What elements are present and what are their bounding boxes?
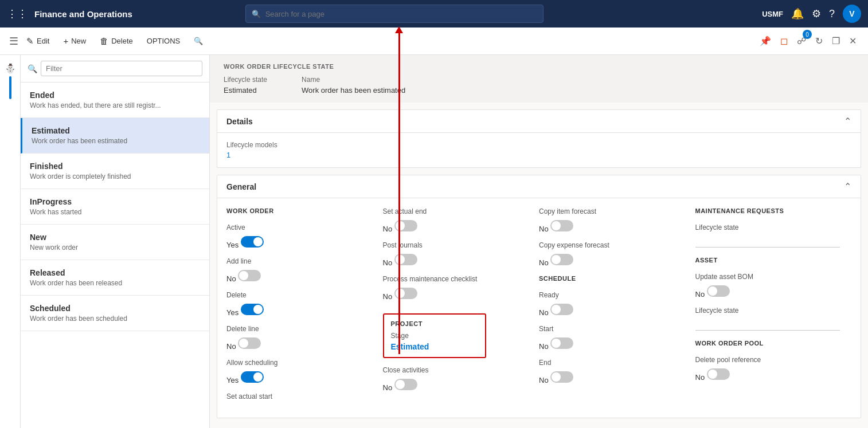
lifecycle-models-field: Lifecycle models 1 [226,141,851,159]
close-activities-toggle[interactable] [394,379,417,390]
allow-scheduling-toggle[interactable] [241,371,264,383]
search-bar[interactable]: 🔍 [245,5,544,23]
set-actual-start-field: Set actual start [226,392,372,400]
grid-menu-icon[interactable]: ⋮⋮ [7,7,28,20]
apps-icon[interactable]: ☍ 0 [795,33,808,49]
sidebar-item-scheduled-title: Scheduled [30,304,200,313]
delete-line-value: No [226,342,236,351]
lifecycle-fields: Lifecycle state Estimated Name Work orde… [224,76,854,103]
main-layout: ⛄ 🔍 Ended Work has ended, but there are … [0,55,868,428]
search-icon: 🔍 [252,10,261,18]
active-value-text: Yes [226,241,238,249]
update-asset-bom-value: No [695,290,705,299]
details-collapse-button[interactable]: ⌃ [844,116,851,127]
post-journals-toggle[interactable] [394,254,417,265]
general-section-title: General [226,182,256,191]
user-avatar[interactable]: V [843,5,861,23]
set-actual-end-toggle[interactable] [394,220,417,231]
work-order-col-header: WORK ORDER [226,207,372,217]
main-content-area: WORK ORDER LIFECYCLE STATE Lifecycle sta… [210,55,868,428]
sidebar-item-new[interactable]: New New work order [21,225,209,260]
pin-icon[interactable]: 📌 [757,33,773,49]
lifecycle-models-label: Lifecycle models [226,141,851,149]
funnel-icon[interactable]: ⛄ [5,63,16,74]
copy-expense-forecast-label: Copy expense forecast [539,241,684,249]
active-label: Active [226,223,372,231]
maintenance-lifecycle-state-field: Lifecycle state [695,223,840,248]
post-journals-value: No [383,258,393,267]
stage-value[interactable]: Estimated [391,342,478,351]
sidebar-item-finished-desc: Work order is completely finished [30,172,200,180]
post-journals-label: Post journals [383,241,528,249]
lifecycle-name-label: Name [302,76,405,84]
add-line-toggle[interactable] [238,270,261,281]
work-order-column: WORK ORDER Active Yes Add line [226,207,383,409]
sidebar-item-released[interactable]: Released Work order has been released [21,260,209,296]
help-icon[interactable]: ? [829,8,835,20]
end-toggle[interactable] [550,371,573,383]
allow-scheduling-field: Allow scheduling Yes [226,359,372,384]
active-toggle[interactable] [241,236,264,248]
new-plus-icon: + [63,36,68,46]
sidebar-item-finished[interactable]: Finished Work order is completely finish… [21,154,209,189]
delete-pool-reference-value: No [695,373,705,382]
ready-toggle[interactable] [550,304,573,315]
schedule-col-header: SCHEDULE [539,275,684,284]
search-toolbar-button[interactable]: 🔍 [188,33,209,49]
lifecycle-models-value[interactable]: 1 [226,151,851,159]
update-asset-bom-toggle[interactable] [707,285,730,297]
sidebar-item-estimated[interactable]: Estimated Work order has been estimated [21,118,209,154]
sidebar-item-inprogress[interactable]: InProgress Work has started [21,189,209,225]
details-section-body: Lifecycle models 1 [217,133,861,167]
delete-pool-reference-toggle[interactable] [707,368,730,380]
active-toggle-knob [253,237,263,246]
office-icon[interactable]: ◻ [778,33,790,49]
delete-pool-reference-label: Delete pool reference [695,356,840,364]
start-value: No [539,342,549,351]
sidebar-items-list: Ended Work has ended, but there are stil… [21,83,209,428]
close-icon[interactable]: ✕ [847,33,859,49]
edit-button[interactable]: ✎ Edit [21,33,55,50]
company-selector[interactable]: USMF [762,10,783,18]
refresh-icon[interactable]: ↻ [813,33,825,49]
start-knob [552,339,561,348]
delete-button[interactable]: 🗑 Delete [94,33,139,49]
active-field: Active Yes [226,223,372,249]
col2-column: Set actual end No Post journals No [383,207,539,409]
delete-toggle[interactable] [241,304,264,315]
process-maintenance-label: Process maintenance checklist [383,275,528,283]
maintenance-requests-header: MAINTENANCE REQUESTS [695,207,840,217]
process-maintenance-toggle[interactable] [394,288,417,299]
copy-item-forecast-label: Copy item forecast [539,207,684,215]
start-toggle[interactable] [550,337,573,349]
post-journals-field: Post journals No [383,241,528,267]
delete-line-toggle[interactable] [238,337,261,349]
settings-icon[interactable]: ⚙ [812,7,821,20]
ready-field: Ready No [539,291,684,317]
new-button[interactable]: + New [57,33,92,49]
details-section-header: Details ⌃ [217,110,861,133]
close-activities-field: Close activities No [383,366,528,392]
sidebar-item-scheduled[interactable]: Scheduled Work order has been scheduled [21,296,209,331]
copy-expense-forecast-toggle[interactable] [550,254,573,265]
options-button[interactable]: OPTIONS [141,33,186,49]
red-arrow-indicator [398,28,400,354]
copy-item-forecast-toggle[interactable] [550,220,573,231]
ready-label: Ready [539,291,684,299]
general-collapse-button[interactable]: ⌃ [844,181,851,192]
maintenance-lifecycle-state-input[interactable] [695,234,840,248]
sidebar-item-ended[interactable]: Ended Work has ended, but there are stil… [21,83,209,118]
sidebar-item-new-title: New [30,233,200,242]
search-input[interactable] [265,10,537,18]
end-field: End No [539,359,684,384]
asset-lifecycle-state-input[interactable] [695,317,840,331]
app-title: Finance and Operations [34,9,132,19]
expand-icon[interactable]: ❐ [830,33,842,49]
sidebar-filter-input[interactable] [41,61,202,76]
general-section-body: WORK ORDER Active Yes Add line [217,198,861,418]
hamburger-menu-icon[interactable]: ☰ [9,35,18,48]
col3-column: Copy item forecast No Copy expense forec… [539,207,695,409]
notification-bell-icon[interactable]: 🔔 [791,7,804,20]
asset-lifecycle-state-label: Lifecycle state [695,307,840,315]
ready-knob [552,305,561,314]
